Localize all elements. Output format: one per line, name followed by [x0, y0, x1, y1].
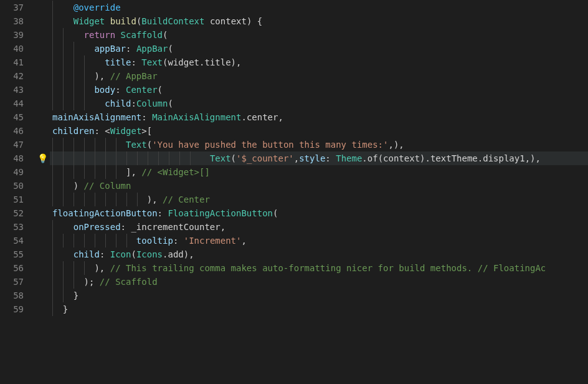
- code-line[interactable]: Text('$_counter',style: Theme.of(context…: [50, 151, 588, 165]
- token: 'You have pushed the button this many ti…: [152, 140, 388, 150]
- code-line[interactable]: ), // Center: [50, 193, 588, 206]
- token: [115, 30, 120, 40]
- token: >[: [141, 126, 152, 136]
- code-line[interactable]: Widget build(BuildContext context) {: [50, 14, 588, 28]
- token: [52, 85, 94, 95]
- code-area[interactable]: @override Widget build(BuildContext cont…: [50, 0, 588, 384]
- code-line[interactable]: ); // Scaffold: [50, 275, 588, 289]
- code-line[interactable]: children: <Widget>[: [50, 124, 588, 138]
- token: context) {: [204, 16, 262, 26]
- line-number: 58: [0, 289, 35, 302]
- line-number: 43: [0, 83, 35, 97]
- token: (: [231, 153, 236, 163]
- token: [52, 222, 74, 232]
- code-line[interactable]: }: [50, 289, 588, 302]
- token: style: [299, 153, 325, 163]
- code-line[interactable]: appBar: AppBar(: [50, 42, 588, 55]
- line-number: 59: [0, 302, 35, 316]
- token: (: [273, 208, 278, 218]
- line-number-gutter: 3738394041424344454647484950515253545556…: [0, 0, 35, 384]
- token: 'Increment': [184, 236, 242, 246]
- token: }: [52, 290, 78, 300]
- token: Theme: [336, 153, 362, 163]
- token: [52, 30, 84, 40]
- token: Icon: [110, 249, 131, 259]
- token: :: [100, 249, 110, 259]
- code-line[interactable]: onPressed: _incrementCounter,: [50, 220, 588, 234]
- token: Icons: [136, 249, 163, 259]
- token: :: [141, 112, 152, 122]
- code-line[interactable]: Text('You have pushed the button this ma…: [50, 138, 588, 151]
- token: :: [325, 153, 336, 163]
- line-number: 50: [0, 179, 35, 193]
- code-line[interactable]: ), // AppBar: [50, 69, 588, 83]
- code-line[interactable]: title: Text(widget.title),: [50, 55, 588, 69]
- code-line[interactable]: ) // Column: [50, 179, 588, 193]
- token: [52, 2, 74, 12]
- token: );: [52, 277, 100, 287]
- token: [52, 44, 94, 54]
- token: ): [52, 181, 84, 191]
- code-line[interactable]: body: Center(: [50, 83, 588, 97]
- code-line[interactable]: child:Column(: [50, 97, 588, 110]
- code-line[interactable]: child: Icon(Icons.add),: [50, 247, 588, 261]
- token: // Center: [163, 194, 210, 204]
- token: ),: [52, 194, 163, 204]
- line-number: 40: [0, 42, 35, 55]
- token: (: [168, 98, 173, 108]
- line-number: 41: [0, 55, 35, 69]
- line-number: 55: [0, 247, 35, 261]
- token: [52, 249, 74, 259]
- code-line[interactable]: tooltip: 'Increment',: [50, 234, 588, 247]
- token: (: [158, 85, 163, 95]
- token: [105, 16, 110, 26]
- token: ,: [241, 236, 246, 246]
- line-number: 56: [0, 261, 35, 275]
- token: Center: [126, 85, 158, 95]
- token: FloatingActionButton: [168, 208, 273, 218]
- token: body: [94, 85, 115, 95]
- token: ,),: [388, 140, 404, 150]
- code-line[interactable]: return Scaffold(: [50, 28, 588, 42]
- token: .center,: [241, 112, 283, 122]
- token: ),: [52, 71, 110, 81]
- token: // AppBar: [110, 71, 158, 81]
- line-number: 57: [0, 275, 35, 289]
- token: [52, 236, 136, 246]
- token: :: [131, 57, 141, 67]
- code-line[interactable]: floatingActionButton: FloatingActionButt…: [50, 206, 588, 220]
- token: floatingActionButton: [52, 208, 158, 218]
- token: AppBar: [136, 44, 168, 54]
- token: .add),: [163, 249, 194, 259]
- glyph-margin: 💡: [35, 0, 50, 384]
- token: :: [158, 208, 168, 218]
- code-line[interactable]: }: [50, 302, 588, 316]
- line-number: 37: [0, 1, 35, 14]
- token: '$_counter': [236, 153, 294, 163]
- token: Text: [141, 57, 163, 67]
- token: appBar: [94, 44, 126, 54]
- code-line[interactable]: mainAxisAlignment: MainAxisAlignment.cen…: [50, 110, 588, 124]
- code-line[interactable]: ], // <Widget>[]: [50, 165, 588, 179]
- token: MainAxisAlignment: [152, 112, 241, 122]
- code-editor[interactable]: 3738394041424344454647484950515253545556…: [0, 0, 588, 384]
- token: (: [168, 44, 173, 54]
- token: : <: [94, 126, 110, 136]
- token: // Scaffold: [100, 277, 158, 287]
- token: Column: [136, 98, 168, 108]
- token: (: [147, 140, 152, 150]
- lightbulb-icon[interactable]: 💡: [35, 151, 50, 165]
- token: [52, 16, 74, 26]
- token: BuildContext: [141, 16, 204, 26]
- line-number: 44: [0, 97, 35, 110]
- token: mainAxisAlignment: [52, 112, 141, 122]
- token: child: [105, 98, 131, 108]
- token: (: [131, 249, 136, 259]
- token: // <Widget>[]: [141, 167, 210, 177]
- token: // This trailing comma makes auto-format…: [110, 263, 546, 273]
- token: Text: [126, 140, 147, 150]
- code-line[interactable]: @override: [50, 1, 588, 14]
- line-number: 45: [0, 110, 35, 124]
- code-line[interactable]: ), // This trailing comma makes auto-for…: [50, 261, 588, 275]
- token: : _incrementCounter,: [121, 222, 226, 232]
